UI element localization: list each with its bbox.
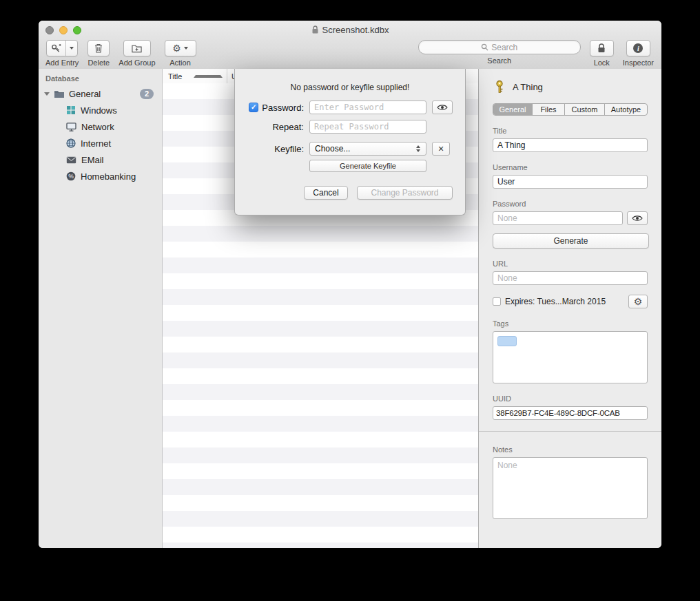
window-title: Screenshot.kdbx xyxy=(322,25,389,35)
expires-options-button[interactable]: ⚙ xyxy=(628,295,648,308)
document-proxy-lock-icon xyxy=(311,25,319,34)
tags-box[interactable] xyxy=(493,331,648,383)
sidebar-item-label: Network xyxy=(81,122,114,132)
network-icon xyxy=(66,123,76,131)
url-label: URL xyxy=(493,260,648,268)
search-icon xyxy=(481,43,488,51)
gear-icon: ⚙ xyxy=(634,297,643,306)
close-x-icon: × xyxy=(438,143,444,154)
url-input[interactable] xyxy=(493,271,648,285)
delete-label: Delete xyxy=(88,59,110,67)
sidebar-item-label: EMail xyxy=(81,155,104,165)
internet-globe-icon xyxy=(66,138,76,148)
sidebar-item-label: Windows xyxy=(81,105,117,116)
disclosure-triangle-icon[interactable] xyxy=(44,92,50,96)
password-label: Password xyxy=(493,200,648,208)
tab-files[interactable]: Files xyxy=(532,104,564,115)
add-entry-dropdown[interactable] xyxy=(65,41,77,56)
eye-icon xyxy=(632,215,643,222)
search-placeholder: Search xyxy=(491,43,517,52)
popup-arrows-icon xyxy=(413,145,426,152)
uuid-label: UUID xyxy=(493,394,648,403)
generate-keyfile-button[interactable]: Generate Keyfile xyxy=(309,160,426,172)
uuid-input[interactable] xyxy=(493,406,648,420)
add-entry-button[interactable] xyxy=(46,40,78,56)
password-dialog: No password or keyfile supplied! ✓ Passw… xyxy=(234,69,466,215)
add-group-item: Add Group xyxy=(119,40,155,67)
expires-checkbox[interactable] xyxy=(493,297,501,306)
column-header-title[interactable]: Title xyxy=(163,69,227,83)
inspector-tabs: General Files Custom Autotype xyxy=(493,103,648,116)
repeat-password-input[interactable] xyxy=(309,120,426,134)
entry-title: A Thing xyxy=(513,82,543,92)
sidebar-item-email[interactable]: EMail xyxy=(39,151,162,168)
change-password-button: Change Password xyxy=(357,186,453,200)
gear-icon: ⚙ xyxy=(172,43,181,53)
keyfile-popup-value: Choose... xyxy=(310,144,413,154)
password-input[interactable] xyxy=(493,211,623,225)
sidebar-item-internet[interactable]: Internet xyxy=(39,135,162,151)
titlebar[interactable]: Screenshot.kdbx xyxy=(39,21,661,39)
tab-autotype[interactable]: Autotype xyxy=(604,104,647,115)
username-label: Username xyxy=(493,163,648,171)
toolbar: Add Entry Delete xyxy=(39,39,661,67)
sidebar-header: Database xyxy=(39,74,162,85)
username-input[interactable] xyxy=(493,175,648,189)
expires-label: Expires: Tues...March 2015 xyxy=(505,297,624,306)
add-group-button[interactable] xyxy=(123,40,151,56)
sidebar-item-general[interactable]: General 2 xyxy=(39,85,162,102)
chevron-down-icon xyxy=(70,47,74,50)
search-label: Search xyxy=(487,56,511,65)
title-input[interactable] xyxy=(493,138,648,152)
lock-icon xyxy=(597,43,606,53)
sidebar-item-homebanking[interactable]: % Homebanking xyxy=(39,168,162,184)
keyfile-field-label: Keyfile: xyxy=(274,144,304,154)
delete-button[interactable] xyxy=(88,40,110,56)
close-button[interactable] xyxy=(45,26,54,34)
sidebar-item-network[interactable]: Network xyxy=(39,118,162,135)
notes-textarea[interactable] xyxy=(493,457,648,519)
tag-chip[interactable] xyxy=(497,336,517,346)
search-input[interactable]: Search xyxy=(418,40,581,54)
password-checkbox[interactable]: ✓ xyxy=(249,103,258,112)
password-field-label: Password: xyxy=(262,103,304,113)
add-entry-item: Add Entry xyxy=(45,40,79,67)
minimize-button[interactable] xyxy=(59,26,68,34)
title-label: Title xyxy=(493,127,648,135)
eye-icon xyxy=(437,104,448,111)
sort-ascending-icon xyxy=(194,75,223,78)
zoom-button[interactable] xyxy=(73,26,81,34)
action-label: Action xyxy=(169,59,191,67)
add-group-folder-icon xyxy=(132,44,142,53)
email-envelope-icon xyxy=(66,156,76,164)
notes-label: Notes xyxy=(493,445,648,454)
action-button[interactable]: ⚙ xyxy=(165,40,196,56)
add-group-label: Add Group xyxy=(119,59,155,67)
lock-button[interactable] xyxy=(590,40,614,56)
lock-item: Lock xyxy=(590,40,614,67)
tab-custom[interactable]: Custom xyxy=(564,104,604,115)
folder-icon xyxy=(54,89,65,98)
clear-keyfile-button[interactable]: × xyxy=(432,142,450,156)
sidebar: Database General 2 Windows xyxy=(39,69,163,548)
generate-password-button[interactable]: Generate xyxy=(493,233,649,249)
reveal-password-button[interactable] xyxy=(432,101,453,114)
inspector-button[interactable]: i xyxy=(626,40,650,56)
inspector-item: i Inspector xyxy=(623,40,654,67)
traffic-lights xyxy=(45,26,81,34)
chevron-down-icon xyxy=(184,47,188,50)
reveal-password-button[interactable] xyxy=(627,211,648,225)
window-chrome: Screenshot.kdbx Add Entry xyxy=(39,21,661,70)
sidebar-item-windows[interactable]: Windows xyxy=(39,102,162,118)
tab-general[interactable]: General xyxy=(493,104,532,115)
action-item: ⚙ Action xyxy=(165,40,196,67)
tags-label: Tags xyxy=(493,319,648,328)
dialog-message: No password or keyfile supplied! xyxy=(235,83,465,92)
divider xyxy=(479,431,661,432)
cancel-button[interactable]: Cancel xyxy=(304,186,348,200)
homebanking-percent-icon: % xyxy=(66,171,76,181)
key-icon xyxy=(493,80,506,94)
search-item: Search Search xyxy=(418,40,581,65)
enter-password-input[interactable] xyxy=(309,101,426,114)
keyfile-popup[interactable]: Choose... xyxy=(309,142,426,156)
